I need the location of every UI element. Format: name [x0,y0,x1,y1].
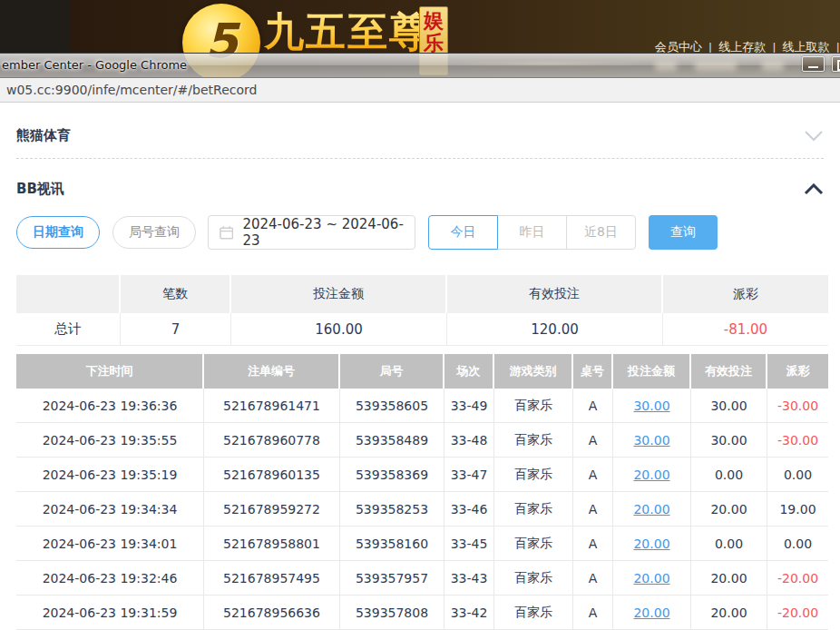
section-panda-sports[interactable]: 熊猫体育 [16,113,824,159]
bet-amount-link[interactable]: 20.00 [633,571,669,586]
maximize-button[interactable] [832,56,840,72]
summary-header-row: 笔数投注金额有效投注派彩 [16,275,828,313]
section-title-panda: 熊猫体育 [16,127,71,144]
window-title: ember Center - Google Chrome [2,58,187,72]
bet-header-game-type: 游戏类别 [494,354,573,389]
cell-session: 33-43 [444,561,494,596]
cell-bet-id: 521678957495 [204,561,340,596]
cell-valid-bet: 20.00 [691,492,767,527]
summary-total-2: 160.00 [231,313,447,346]
table-row: 2024-06-23 19:31:59521678956636539357808… [16,596,828,630]
cell-round-id: 539358489 [340,423,444,458]
chevron-down-icon[interactable] [804,130,824,142]
censored-text-blob [695,61,737,71]
cell-bet-id: 521678961471 [204,389,340,423]
cell-payout: -20.00 [767,561,828,596]
cell-bet-id: 521678956636 [204,596,340,630]
cell-bet-time: 2024-06-23 19:34:01 [16,527,204,561]
bet-amount-link[interactable]: 20.00 [633,605,669,620]
cell-table-no: A [573,458,613,492]
cell-round-id: 539358160 [340,527,444,561]
cell-valid-bet: 0.00 [691,458,767,492]
censored-text-blob [655,61,677,71]
summary-header-4: 派彩 [663,275,828,313]
table-row: 2024-06-23 19:34:34521678959272539358253… [16,492,828,527]
bet-table-body: 2024-06-23 19:36:36521678961471539358605… [16,389,828,630]
cell-game-type: 百家乐 [494,561,573,596]
date-range-input[interactable]: 2024-06-23 ~ 2024-06-23 [208,215,415,250]
url-text: w05.cc:9900/infe/mcenter/#/betRecord [6,83,257,97]
cell-session: 33-48 [444,423,494,458]
summary-header-2: 投注金额 [231,275,447,313]
cell-session: 33-47 [444,458,494,492]
summary-total-3: 120.00 [447,313,663,346]
cell-bet-amount: 20.00 [613,458,691,492]
cell-game-type: 百家乐 [494,423,573,458]
bet-header-round-id: 局号 [340,354,444,389]
cell-bet-id: 521678959272 [204,492,340,527]
bet-header-bet-amount: 投注金额 [613,354,691,389]
last-8-days-button[interactable]: 近8日 [566,215,636,250]
round-query-tab[interactable]: 局号查询 [112,216,196,249]
search-button[interactable]: 查询 [649,215,718,250]
bet-header-bet-id: 注单编号 [204,354,340,389]
cell-game-type: 百家乐 [494,458,573,492]
table-row: 2024-06-23 19:35:19521678960135539358369… [16,458,828,492]
cell-bet-amount: 20.00 [613,561,691,596]
cell-table-no: A [573,596,613,630]
cell-valid-bet: 30.00 [691,423,767,458]
cell-bet-id: 521678960778 [204,423,340,458]
cell-bet-amount: 30.00 [613,423,691,458]
cell-bet-id: 521678958801 [204,527,340,561]
cell-table-no: A [573,423,613,458]
summary-total-1: 7 [121,313,231,346]
section-bb-video[interactable]: BB视讯 [16,173,824,204]
badge-char-2: 乐 [424,33,444,55]
chevron-up-icon[interactable] [804,183,824,195]
cell-bet-amount: 30.00 [613,389,691,423]
badge-char-1: 娱 [424,10,444,33]
bet-header-payout: 派彩 [767,354,828,389]
cell-table-no: A [573,527,613,561]
quick-range-group: 今日 昨日 近8日 [428,215,636,250]
cell-round-id: 539358369 [340,458,444,492]
summary-total-row: 总计7160.00120.00-81.00 [16,313,828,346]
cell-game-type: 百家乐 [494,389,573,423]
cell-round-id: 539358253 [340,492,444,527]
summary-total-0: 总计 [16,313,121,346]
page-content: 熊猫体育 BB视讯 日期查询 局号查询 2024-06-23 ~ 2024 [0,103,840,630]
bet-amount-link[interactable]: 20.00 [633,502,669,517]
cell-payout: -30.00 [767,423,828,458]
cell-bet-amount: 20.00 [613,596,691,630]
date-range-value: 2024-06-23 ~ 2024-06-23 [242,216,415,249]
date-query-tab[interactable]: 日期查询 [16,216,100,249]
cell-bet-time: 2024-06-23 19:35:19 [16,458,204,492]
bet-amount-link[interactable]: 20.00 [633,468,669,482]
bet-amount-link[interactable]: 20.00 [633,536,669,551]
cell-session: 33-45 [444,527,494,561]
summary-table: 笔数投注金额有效投注派彩 总计7160.00120.00-81.00 [16,275,828,346]
bet-amount-link[interactable]: 30.00 [633,433,669,448]
cell-bet-amount: 20.00 [613,492,691,527]
today-button[interactable]: 今日 [428,215,498,250]
cell-payout: 0.00 [767,458,828,492]
summary-header-1: 笔数 [121,275,231,313]
bet-header-session: 场次 [444,354,494,389]
cell-session: 33-46 [444,492,494,527]
cell-bet-time: 2024-06-23 19:36:36 [16,389,204,423]
cell-round-id: 539357808 [340,596,444,630]
table-row: 2024-06-23 19:32:46521678957495539357957… [16,561,828,596]
yesterday-button[interactable]: 昨日 [497,215,567,250]
cell-payout: 19.00 [767,492,828,527]
bet-amount-link[interactable]: 30.00 [633,399,669,413]
chrome-titlebar[interactable]: ember Center - Google Chrome [0,53,840,78]
table-row: 2024-06-23 19:34:01521678958801539358160… [16,527,828,561]
summary-total-4: -81.00 [663,313,828,346]
minimize-button[interactable] [802,56,825,72]
cell-table-no: A [573,561,613,596]
cell-valid-bet: 30.00 [691,389,767,423]
calendar-icon [220,225,233,240]
cell-payout: -30.00 [767,389,828,423]
address-bar[interactable]: w05.cc:9900/infe/mcenter/#/betRecord [0,78,840,103]
section-title-bb: BB视讯 [16,181,64,198]
